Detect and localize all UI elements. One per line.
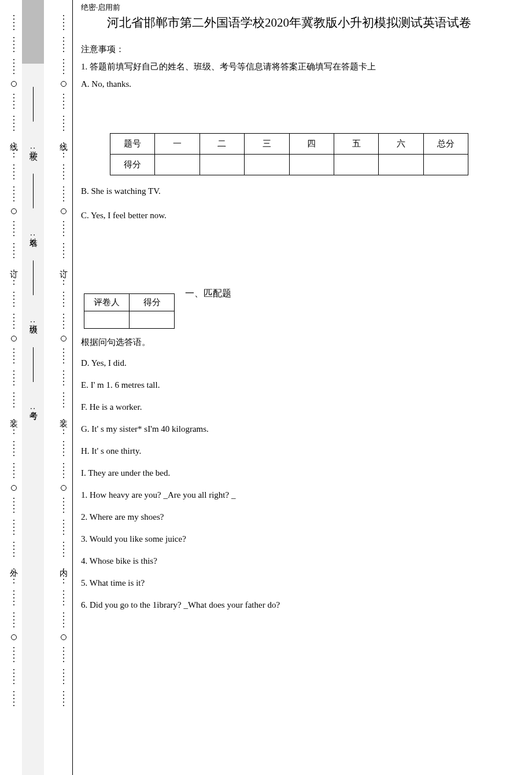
answer-options: D. Yes, I did. E. I' m 1. 6 metres tall.… (81, 356, 497, 480)
info-name: 姓名: (28, 232, 38, 237)
circle-mark-icon (61, 634, 66, 640)
table-row: 题号 一 二 三 四 五 六 总分 (110, 133, 468, 154)
table-row: 评卷人 得分 (84, 293, 175, 311)
question-3: 3. Would you like some juice? (81, 532, 497, 546)
option-d: D. Yes, I did. (81, 356, 497, 370)
option-b: B. She is watching TV. (81, 182, 497, 200)
student-info-column: 考号: 班级: 姓名: 学校: (22, 64, 44, 775)
info-line (33, 87, 34, 122)
exam-title: 河北省邯郸市第二外国语学校2020年冀教版小升初模拟测试英语试卷 (81, 14, 497, 32)
question-list: 1. How heavy are you? _Are you all right… (81, 488, 497, 612)
info-line (33, 174, 34, 208)
score-cell (200, 154, 244, 175)
info-exam-no: 考号: (28, 405, 38, 411)
score-cell (379, 154, 423, 175)
notice-heading: 注意事项： (81, 41, 497, 58)
info-line (33, 347, 34, 382)
circle-mark-icon (11, 485, 17, 491)
table-row (84, 311, 175, 328)
gray-header-block (22, 0, 44, 64)
grader-row: 评卷人 得分 一、匹配题 (81, 259, 497, 329)
option-a: A. No, thanks. (81, 75, 497, 93)
binding-strip-outer: 线 订 装 外 (9, 0, 18, 775)
score-cell (245, 154, 289, 175)
option-g: G. It' s my sister* sI'm 40 kilograms. (81, 422, 497, 436)
circle-mark-icon (11, 81, 17, 87)
option-e: E. I' m 1. 6 metres tall. (81, 378, 497, 392)
circle-mark-icon (61, 336, 66, 341)
circle-mark-icon (11, 208, 17, 214)
secret-label: 绝密·启用前 (81, 2, 497, 13)
grader-table: 评卷人 得分 (84, 293, 175, 329)
score-cell (289, 154, 334, 175)
score-col: 总分 (423, 133, 468, 154)
score-col: 四 (289, 133, 334, 154)
circle-mark-icon (11, 634, 17, 640)
score-table: 题号 一 二 三 四 五 六 总分 得分 (110, 133, 468, 175)
score-col: 六 (379, 133, 423, 154)
score-col: 一 (155, 133, 200, 154)
binding-strip-inner: 线 订 装 内 (59, 0, 68, 775)
grader-empty (130, 311, 175, 328)
option-f: F. He is a worker. (81, 400, 497, 414)
circle-mark-icon (61, 81, 66, 87)
circle-mark-icon (61, 208, 66, 214)
circle-mark-icon (11, 336, 17, 341)
score-col: 三 (245, 133, 289, 154)
question-1: 1. How heavy are you? _Are you all right… (81, 488, 497, 502)
circle-mark-icon (61, 485, 66, 491)
instruction-text: 根据问句选答语。 (81, 337, 497, 348)
table-row: 得分 (110, 154, 468, 175)
info-school: 学校: (28, 145, 38, 150)
question-4: 4. Whose bike is this? (81, 554, 497, 568)
score-col: 二 (200, 133, 244, 154)
binding-border-line (72, 0, 73, 775)
section-title: 一、匹配题 (185, 288, 231, 300)
notice-block: 注意事项： 1. 答题前填写好自己的姓名、班级、考号等信息请将答案正确填写在答题… (81, 41, 497, 93)
exam-content: 绝密·启用前 河北省邯郸市第二外国语学校2020年冀教版小升初模拟测试英语试卷 … (81, 0, 520, 612)
notice-line1: 1. 答题前填写好自己的姓名、班级、考号等信息请将答案正确填写在答题卡上 (81, 58, 497, 75)
score-label: 得分 (110, 154, 155, 175)
option-c: C. Yes, I feel better now. (81, 207, 497, 224)
score-cell (334, 154, 378, 175)
option-h: H. It' s one thirty. (81, 444, 497, 458)
grader-col2: 得分 (130, 293, 175, 311)
info-line (33, 260, 34, 295)
question-2: 2. Where are my shoes? (81, 510, 497, 524)
question-5: 5. What time is it? (81, 576, 497, 590)
score-cell (155, 154, 200, 175)
grader-col1: 评卷人 (84, 293, 130, 311)
info-class: 班级: (28, 318, 38, 324)
score-col: 五 (334, 133, 378, 154)
score-row-label: 题号 (110, 133, 155, 154)
option-i: I. They are under the bed. (81, 466, 497, 480)
score-cell (423, 154, 468, 175)
grader-empty (84, 311, 130, 328)
question-6: 6. Did you go to the 1ibrary? _What does… (81, 598, 497, 612)
